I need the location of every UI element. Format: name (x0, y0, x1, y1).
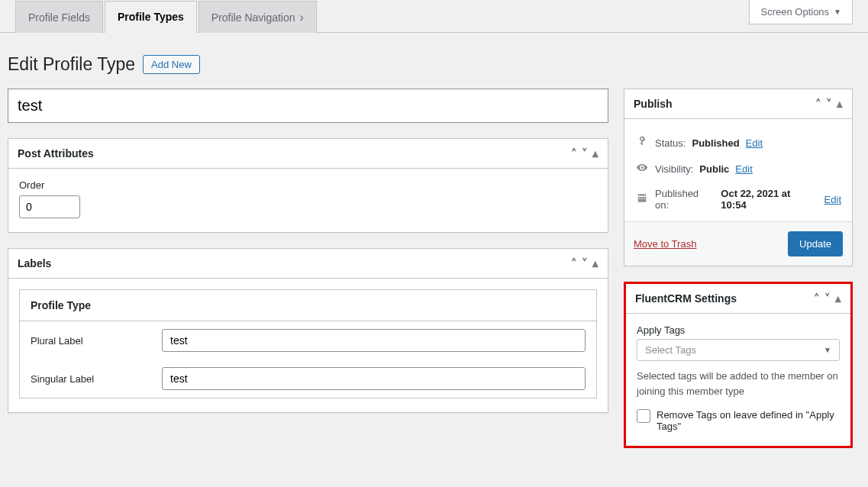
singular-label: Singular Label (31, 373, 153, 385)
select-placeholder: Select Tags (645, 344, 696, 356)
plural-input[interactable] (162, 329, 586, 352)
tab-label: Profile Navigation (211, 11, 295, 24)
select-tags-dropdown[interactable]: Select Tags ▼ (637, 339, 840, 361)
move-up-icon[interactable]: ˄ (571, 147, 577, 160)
published-label: Published on: (655, 188, 715, 211)
postbox-title: Post Attributes (18, 147, 94, 160)
screen-options-toggle[interactable]: Screen Options ▼ (749, 0, 853, 24)
chevron-right-icon: › (300, 11, 304, 24)
toggle-icon[interactable]: ▴ (592, 256, 599, 270)
add-new-button[interactable]: Add New (143, 55, 200, 74)
postbox-title: FluentCRM Settings (635, 292, 737, 305)
tab-label: Profile Types (118, 11, 184, 23)
calendar-icon (635, 192, 649, 206)
status-edit-link[interactable]: Edit (746, 137, 763, 149)
visibility-edit-link[interactable]: Edit (735, 163, 752, 175)
labels-group-title: Profile Type (20, 290, 596, 321)
status-label: Status: (655, 137, 686, 149)
tab-bar: Profile Fields Profile Types Profile Nav… (15, 0, 318, 32)
postbox-title: Labels (18, 257, 51, 269)
plural-label: Plural Label (31, 335, 153, 347)
move-down-icon[interactable]: ˅ (824, 292, 831, 305)
update-button[interactable]: Update (788, 231, 843, 256)
title-input[interactable] (8, 89, 608, 123)
caret-down-icon: ▼ (824, 346, 831, 354)
toggle-icon[interactable]: ▴ (592, 147, 599, 160)
caret-down-icon: ▼ (834, 8, 841, 16)
postbox-fluentcrm: FluentCRM Settings ˄ ˅ ▴ Apply Tags Sele… (624, 282, 853, 448)
key-icon (635, 136, 649, 150)
remove-tags-label: Remove Tags on leave defined in "Apply T… (657, 409, 840, 432)
move-up-icon[interactable]: ˄ (571, 256, 577, 270)
tab-label: Profile Fields (28, 11, 90, 24)
move-up-icon[interactable]: ˄ (815, 97, 821, 111)
move-down-icon[interactable]: ˅ (582, 256, 588, 270)
eye-icon (635, 162, 649, 176)
status-value: Published (692, 137, 739, 149)
tab-profile-types[interactable]: Profile Types (105, 1, 197, 33)
tab-profile-navigation[interactable]: Profile Navigation › (198, 1, 317, 33)
move-down-icon[interactable]: ˅ (582, 147, 588, 160)
screen-options-label: Screen Options (760, 6, 829, 18)
toggle-icon[interactable]: ▴ (837, 97, 843, 111)
visibility-value: Public (699, 163, 729, 175)
page-title: Edit Profile Type (8, 54, 135, 75)
order-input[interactable] (19, 195, 80, 218)
tab-profile-fields[interactable]: Profile Fields (15, 1, 103, 33)
move-to-trash-link[interactable]: Move to Trash (634, 238, 696, 250)
postbox-labels: Labels ˄ ˅ ▴ Profile Type Plural Label (8, 248, 608, 413)
move-up-icon[interactable]: ˄ (814, 292, 820, 305)
postbox-post-attributes: Post Attributes ˄ ˅ ▴ Order (8, 138, 608, 233)
visibility-label: Visibility: (655, 163, 693, 175)
apply-tags-helptext: Selected tags will be added to the membe… (637, 369, 840, 398)
published-edit-link[interactable]: Edit (824, 194, 841, 205)
singular-input[interactable] (162, 367, 586, 390)
postbox-publish: Publish ˄ ˅ ▴ Status: Published Edit (624, 89, 853, 266)
remove-tags-checkbox[interactable] (637, 409, 650, 423)
move-down-icon[interactable]: ˅ (826, 97, 832, 111)
published-value: Oct 22, 2021 at 10:54 (721, 188, 818, 211)
postbox-title: Publish (634, 98, 673, 110)
order-label: Order (19, 179, 597, 191)
apply-tags-label: Apply Tags (637, 324, 840, 336)
toggle-icon[interactable]: ▴ (835, 292, 841, 305)
